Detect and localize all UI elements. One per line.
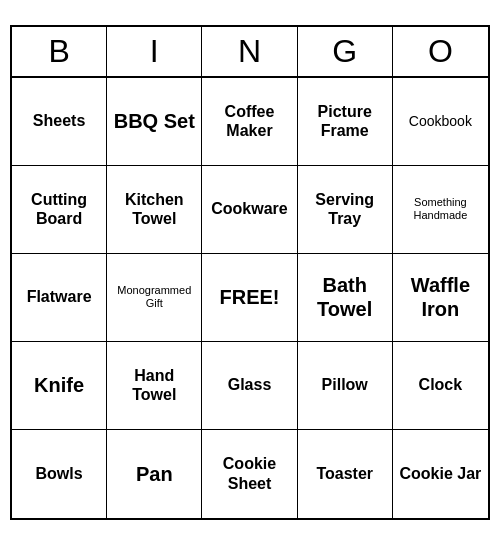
bingo-cell: Cutting Board xyxy=(12,166,107,254)
bingo-cell: Pan xyxy=(107,430,202,518)
bingo-cell: Cookie Sheet xyxy=(202,430,297,518)
bingo-cell: Serving Tray xyxy=(298,166,393,254)
bingo-cell: Coffee Maker xyxy=(202,78,297,166)
header-letter: G xyxy=(298,27,393,76)
bingo-cell: Waffle Iron xyxy=(393,254,488,342)
header-letter: N xyxy=(202,27,297,76)
bingo-cell: Sheets xyxy=(12,78,107,166)
bingo-cell: Hand Towel xyxy=(107,342,202,430)
bingo-cell: Toaster xyxy=(298,430,393,518)
bingo-cell: Kitchen Towel xyxy=(107,166,202,254)
bingo-cell: Pillow xyxy=(298,342,393,430)
bingo-cell: BBQ Set xyxy=(107,78,202,166)
bingo-cell: Cookie Jar xyxy=(393,430,488,518)
bingo-cell: Clock xyxy=(393,342,488,430)
bingo-cell: Bath Towel xyxy=(298,254,393,342)
bingo-grid: SheetsBBQ SetCoffee MakerPicture FrameCo… xyxy=(12,78,488,518)
bingo-cell: Picture Frame xyxy=(298,78,393,166)
bingo-card: BINGO SheetsBBQ SetCoffee MakerPicture F… xyxy=(10,25,490,520)
header-letter: O xyxy=(393,27,488,76)
bingo-cell: Cookware xyxy=(202,166,297,254)
header-letter: B xyxy=(12,27,107,76)
bingo-cell: Bowls xyxy=(12,430,107,518)
header-letter: I xyxy=(107,27,202,76)
bingo-cell: FREE! xyxy=(202,254,297,342)
bingo-cell: Cookbook xyxy=(393,78,488,166)
bingo-cell: Knife xyxy=(12,342,107,430)
bingo-cell: Monogrammed Gift xyxy=(107,254,202,342)
bingo-cell: Something Handmade xyxy=(393,166,488,254)
bingo-cell: Flatware xyxy=(12,254,107,342)
bingo-cell: Glass xyxy=(202,342,297,430)
bingo-header: BINGO xyxy=(12,27,488,78)
